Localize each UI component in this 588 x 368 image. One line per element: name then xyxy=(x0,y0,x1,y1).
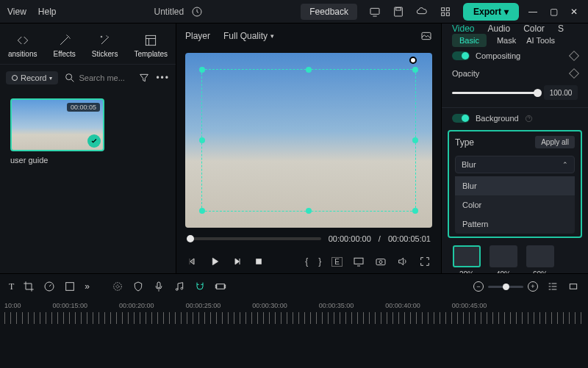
option-blur[interactable]: Blur xyxy=(455,176,575,195)
bracket-open-icon[interactable]: { xyxy=(305,256,308,267)
camera-icon[interactable] xyxy=(375,256,387,267)
opacity-slider[interactable] xyxy=(452,92,538,94)
clip-duration: 00:00:05 xyxy=(67,103,100,112)
zoom-in-icon[interactable]: + xyxy=(528,281,538,292)
shield-icon[interactable] xyxy=(132,281,144,292)
search-input[interactable]: Search me... xyxy=(64,72,132,84)
record-button[interactable]: Record▾ xyxy=(6,71,58,84)
music-icon[interactable] xyxy=(173,281,185,292)
tab-transitions[interactable]: ansitions xyxy=(8,33,37,58)
menu-view[interactable]: View xyxy=(7,7,26,17)
time-current: 00:00:00:00 xyxy=(329,234,371,243)
subtab-basic[interactable]: Basic xyxy=(452,34,487,47)
preview-viewport[interactable] xyxy=(185,53,432,228)
time-total: 00:00:05:01 xyxy=(388,234,431,243)
type-dropdown[interactable]: Blur⌃ xyxy=(455,156,575,173)
fit-icon[interactable] xyxy=(567,281,579,292)
cloud-icon[interactable] xyxy=(416,6,428,18)
volume-icon[interactable] xyxy=(397,256,409,267)
grid-icon[interactable] xyxy=(440,6,451,18)
svg-rect-26 xyxy=(224,285,225,288)
close-icon[interactable]: ✕ xyxy=(567,5,581,18)
zoom-slider[interactable] xyxy=(488,286,523,288)
display-icon[interactable] xyxy=(353,256,365,267)
svg-point-8 xyxy=(101,36,102,37)
bracket-close-icon[interactable]: } xyxy=(318,256,321,267)
text-tool-icon[interactable]: T xyxy=(9,281,14,292)
stop-icon[interactable] xyxy=(253,256,265,267)
svg-rect-7 xyxy=(446,12,449,15)
opacity-label: Opacity xyxy=(452,69,479,78)
device-icon[interactable] xyxy=(369,6,381,18)
blur-20[interactable]: 20% xyxy=(452,245,481,273)
subtab-ai[interactable]: AI Tools xyxy=(526,36,555,45)
speed-tool-icon[interactable] xyxy=(43,281,55,292)
tab-color[interactable]: Color xyxy=(523,24,545,34)
media-clip[interactable]: 00:00:05 user guide xyxy=(10,98,104,165)
menu-help[interactable]: Help xyxy=(38,7,57,17)
play-icon[interactable] xyxy=(209,256,220,267)
background-label: Background xyxy=(476,114,519,123)
help-icon[interactable] xyxy=(525,115,533,123)
keyframe-icon[interactable] xyxy=(569,51,579,61)
svg-rect-6 xyxy=(442,12,445,15)
zoom-out-icon[interactable]: − xyxy=(473,281,484,292)
background-toggle[interactable] xyxy=(452,114,470,123)
svg-rect-3 xyxy=(396,7,401,10)
apply-all-button[interactable]: Apply all xyxy=(535,136,575,148)
minimize-icon[interactable]: — xyxy=(526,5,539,18)
prev-frame-icon[interactable] xyxy=(187,256,198,267)
magnet-icon[interactable] xyxy=(194,281,206,292)
quality-select[interactable]: Full Quality▾ xyxy=(223,31,274,41)
history-icon[interactable] xyxy=(191,6,203,18)
fullscreen-icon[interactable] xyxy=(419,256,431,267)
next-frame-icon[interactable] xyxy=(231,256,243,267)
mic-icon[interactable] xyxy=(153,281,165,292)
keyframe-icon[interactable] xyxy=(569,68,579,79)
rotate-handle[interactable] xyxy=(409,57,417,64)
more-tools-icon[interactable]: » xyxy=(85,281,90,292)
check-icon xyxy=(87,134,101,148)
timeline-ruler[interactable]: 10:0000:00:15:0000:00:20:0000:00:25:0000… xyxy=(0,299,588,328)
tracks-icon[interactable] xyxy=(547,281,559,292)
opacity-value[interactable]: 100.00 xyxy=(544,85,578,100)
tab-audio[interactable]: Audio xyxy=(487,24,510,34)
maximize-icon[interactable]: ▢ xyxy=(547,5,560,18)
svg-rect-24 xyxy=(217,284,225,289)
svg-rect-13 xyxy=(354,258,363,264)
scrub-bar[interactable] xyxy=(187,237,321,240)
blur-60[interactable]: 60% xyxy=(526,245,555,273)
subtab-mask[interactable]: Mask xyxy=(497,36,516,45)
dropdown-list: Blur Color Pattern xyxy=(455,176,575,234)
blur-40[interactable]: 40% xyxy=(489,245,518,273)
crop-tool-icon[interactable] xyxy=(23,281,35,292)
filter-icon[interactable] xyxy=(138,72,150,84)
svg-rect-25 xyxy=(215,285,216,288)
svg-rect-9 xyxy=(146,35,156,45)
tab-templates[interactable]: Templates xyxy=(134,33,168,58)
tab-more[interactable]: S xyxy=(558,24,564,34)
tab-stickers[interactable]: Stickers xyxy=(92,33,118,58)
option-color[interactable]: Color xyxy=(455,195,575,214)
option-pattern[interactable]: Pattern xyxy=(455,214,575,234)
group-icon[interactable] xyxy=(215,281,226,292)
menubar: View Help Untitled Feedback Export▾ — ▢ … xyxy=(0,0,588,24)
more-icon[interactable]: ••• xyxy=(156,73,170,83)
text-edit-icon[interactable]: E xyxy=(331,257,343,267)
compositing-label: Compositing xyxy=(476,51,520,60)
tab-effects[interactable]: Effects xyxy=(53,33,75,58)
marker-icon[interactable] xyxy=(112,281,123,292)
svg-point-15 xyxy=(379,261,382,264)
color-tool-icon[interactable] xyxy=(64,281,76,292)
svg-rect-21 xyxy=(157,282,160,288)
svg-point-10 xyxy=(66,74,72,80)
selection-box[interactable] xyxy=(201,69,416,212)
tab-video[interactable]: Video xyxy=(452,24,474,34)
save-icon[interactable] xyxy=(392,6,404,18)
export-button[interactable]: Export▾ xyxy=(463,3,519,21)
compositing-toggle[interactable] xyxy=(452,51,470,60)
snapshot-icon[interactable] xyxy=(420,30,432,42)
search-icon xyxy=(64,72,76,84)
player-label: Player xyxy=(185,31,210,41)
feedback-button[interactable]: Feedback xyxy=(301,4,357,20)
